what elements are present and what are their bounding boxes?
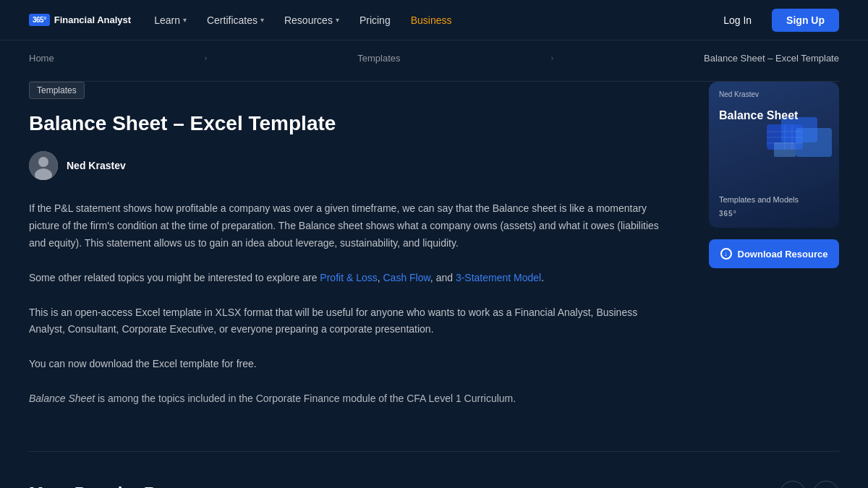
card-author: Ned Krastev <box>709 82 839 103</box>
nav-item-certificates[interactable]: Certificates ▾ <box>207 14 264 26</box>
main-content: Home › Templates › Balance Sheet – Excel… <box>0 40 868 488</box>
chevron-down-icon: ▾ <box>183 16 187 24</box>
nav-item-pricing[interactable]: Pricing <box>359 14 391 26</box>
paragraph-2-prefix: Some other related topics you might be i… <box>29 272 320 283</box>
nav-link-pricing[interactable]: Pricing <box>359 14 391 26</box>
svg-point-1 <box>38 157 48 167</box>
link-profit-loss[interactable]: Profit & Loss <box>320 272 377 283</box>
breadcrumb-home[interactable]: Home <box>29 53 54 64</box>
navbar: 365° Financial Analyst Learn ▾ Certifica… <box>0 0 868 40</box>
link-cash-flow[interactable]: Cash Flow <box>383 272 430 283</box>
site-logo[interactable]: 365° Financial Analyst <box>29 14 131 26</box>
nav-link-learn[interactable]: Learn ▾ <box>154 14 187 26</box>
author-row: Ned Krastev <box>29 151 665 180</box>
paragraph-2-middle: , and <box>430 272 456 283</box>
carousel-nav: ‹ › <box>780 481 839 488</box>
bottom-row: Most Popular Resources ‹ › <box>29 481 839 488</box>
nav-item-learn[interactable]: Learn ▾ <box>154 14 187 26</box>
download-button[interactable]: ↓ Download Resource <box>709 239 839 268</box>
breadcrumb-current: Balance Sheet – Excel Template <box>704 53 839 64</box>
avatar <box>29 151 58 180</box>
svg-rect-5 <box>796 128 832 157</box>
paragraph-5-italic: Balance Sheet <box>29 393 95 404</box>
nav-link-certificates[interactable]: Certificates ▾ <box>207 14 264 26</box>
card-main: Balance Sheet <box>709 103 839 189</box>
nav-item-resources[interactable]: Resources ▾ <box>284 14 339 26</box>
paragraph-5-rest: is among the topics included in the Corp… <box>95 393 516 404</box>
card-title: Balance Sheet <box>719 108 829 122</box>
prev-arrow-button[interactable]: ‹ <box>780 481 806 488</box>
content-left: Templates Balance Sheet – Excel Template… <box>29 82 665 408</box>
nav-item-business[interactable]: Business <box>411 14 452 26</box>
chevron-down-icon: ▾ <box>260 16 264 24</box>
logo-text: Financial Analyst <box>54 14 131 25</box>
nav-right: Log In Sign Up <box>715 9 839 32</box>
paragraph-3: This is an open-access Excel template in… <box>29 304 665 339</box>
next-arrow-button[interactable]: › <box>813 481 839 488</box>
content-area: Templates Balance Sheet – Excel Template… <box>29 82 839 408</box>
paragraph-2-suffix: . <box>541 272 544 283</box>
article-tag: Templates <box>29 82 85 99</box>
avatar-image <box>29 151 58 180</box>
download-label: Download Resource <box>738 249 828 260</box>
logo-badge: 365° <box>29 14 50 26</box>
breadcrumb-sep-1: › <box>205 53 208 62</box>
breadcrumb-templates[interactable]: Templates <box>357 53 400 64</box>
signup-button[interactable]: Sign Up <box>772 9 839 32</box>
paragraph-2: Some other related topics you might be i… <box>29 270 665 287</box>
link-3-statement[interactable]: 3-Statement Model <box>456 272 541 283</box>
download-icon: ↓ <box>720 248 732 260</box>
card-bottom: Templates and Models 365° <box>709 189 839 228</box>
paragraph-4: You can now download the Excel template … <box>29 356 665 373</box>
bottom-section: Most Popular Resources ‹ › <box>29 451 839 488</box>
breadcrumb: Home › Templates › Balance Sheet – Excel… <box>29 40 839 82</box>
nav-left: 365° Financial Analyst Learn ▾ Certifica… <box>29 14 452 26</box>
nav-link-resources[interactable]: Resources ▾ <box>284 14 339 26</box>
card-category: Templates and Models <box>719 195 829 204</box>
breadcrumb-sep-2: › <box>550 53 553 62</box>
page-title: Balance Sheet – Excel Template <box>29 111 665 137</box>
resource-card: Ned Krastev Balance Sheet <box>709 82 839 228</box>
most-popular-title: Most Popular Resources <box>29 484 232 488</box>
paragraph-5: Balance Sheet is among the topics includ… <box>29 390 665 408</box>
chevron-down-icon: ▾ <box>336 16 339 24</box>
content-right: Ned Krastev Balance Sheet <box>709 82 839 268</box>
login-button[interactable]: Log In <box>715 10 760 30</box>
nav-link-business[interactable]: Business <box>411 14 452 26</box>
author-name: Ned Krastev <box>67 160 126 171</box>
nav-menu: Learn ▾ Certificates ▾ Resources ▾ Prici… <box>154 14 451 26</box>
paragraph-1: If the P&L statement shows how profitabl… <box>29 200 665 252</box>
card-logo: 365° <box>719 210 829 218</box>
